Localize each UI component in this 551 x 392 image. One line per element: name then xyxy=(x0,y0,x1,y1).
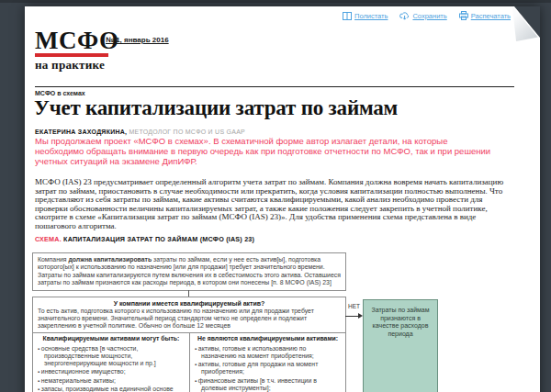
list-item: активы, готовые для продажи на момент пр… xyxy=(195,361,341,376)
print-button[interactable]: Распечатать xyxy=(459,11,511,20)
qualifying-heading: Квалифицируемыми активами могут быть: xyxy=(38,335,185,342)
question-title: У компании имеется квалифицируемый актив… xyxy=(37,300,342,308)
author-name: ЕКАТЕРИНА ЗАХОДЯКИНА, xyxy=(35,129,127,135)
non-qualifying-list: активы, готовые к использованию по назна… xyxy=(195,345,341,392)
flowchart-start-box: Компания должна капитализировать затраты… xyxy=(32,252,346,291)
rubric-label: МСФО в схемах xyxy=(35,90,85,96)
no-branch-arrow xyxy=(345,316,359,317)
cloud-download-icon xyxy=(399,12,410,20)
list-item: активы, готовые к использованию по назна… xyxy=(195,345,341,361)
non-qualifying-assets-column: Не являются квалифицируемыми активами: а… xyxy=(189,333,345,392)
schema-caption-label: СХЕМА. xyxy=(35,235,62,243)
viewer-toolbar: Полистать Сохранить xyxy=(343,11,511,20)
flowchart-question-box: У компании имеется квалифицируемый актив… xyxy=(32,297,346,392)
list-item: основные средства [в частности, производ… xyxy=(38,345,185,368)
rubric-rule xyxy=(35,86,514,87)
browse-label: Полистать xyxy=(354,12,388,20)
start-box-text: Компания xyxy=(38,256,68,263)
schema-caption-title: КАПИТАЛИЗАЦИЯ ЗАТРАТ ПО ЗАЙМАМ (МСФО (IA… xyxy=(62,235,254,243)
schema-caption: СХЕМА. КАПИТАЛИЗАЦИЯ ЗАТРАТ ПО ЗАЙМАМ (М… xyxy=(35,235,254,243)
article-body: МСФО (IAS) 23 предусматривает определенн… xyxy=(35,178,511,231)
printer-icon xyxy=(459,11,468,20)
flowchart-connector xyxy=(188,290,189,297)
non-qualifying-heading: Не являются квалифицируемыми активами: xyxy=(195,335,341,342)
no-branch-label: НЕТ xyxy=(348,303,360,309)
list-item: финансовые активы [в т.ч. инвестиции в д… xyxy=(195,377,341,392)
viewer-canvas: Полистать Сохранить xyxy=(0,0,551,392)
canvas-top-shade xyxy=(0,0,551,3)
print-label: Распечатать xyxy=(471,12,511,20)
save-label: Сохранить xyxy=(412,12,446,20)
start-box-bold-text: должна капитализировать xyxy=(68,256,152,263)
browse-button[interactable]: Полистать xyxy=(343,12,388,20)
qualifying-assets-column: Квалифицируемыми активами могут быть: ос… xyxy=(33,333,189,392)
question-columns: Квалифицируемыми активами могут быть: ос… xyxy=(33,332,345,392)
byline: ЕКАТЕРИНА ЗАХОДЯКИНА, МЕТОДОЛОГ ПО МСФО … xyxy=(35,129,245,135)
flowchart-expense-box: Затраты по займам признаются в качестве … xyxy=(363,299,438,392)
article-lead: Мы продолжаем проект «МСФО в схемах». В … xyxy=(35,137,499,167)
list-item: запасы, производимые на единичной основе… xyxy=(38,386,185,392)
question-description: То есть актив, подготовка которого к исп… xyxy=(38,308,341,330)
qualifying-list: основные средства [в частности, производ… xyxy=(38,345,185,392)
save-button[interactable]: Сохранить xyxy=(399,12,446,20)
document-page: Полистать Сохранить xyxy=(25,6,540,392)
article-title: Учет капитализации затрат по займам xyxy=(34,96,398,120)
pages-icon xyxy=(343,12,352,20)
list-item: нематериальные активы; xyxy=(38,377,185,385)
logo-text-bottom: на практике xyxy=(35,58,118,73)
list-item: инвестиционное имущество; xyxy=(38,368,185,375)
issue-link[interactable]: № 1, январь 2016 xyxy=(106,36,169,44)
author-role: МЕТОДОЛОГ ПО МСФО И US GAAP xyxy=(129,129,245,135)
